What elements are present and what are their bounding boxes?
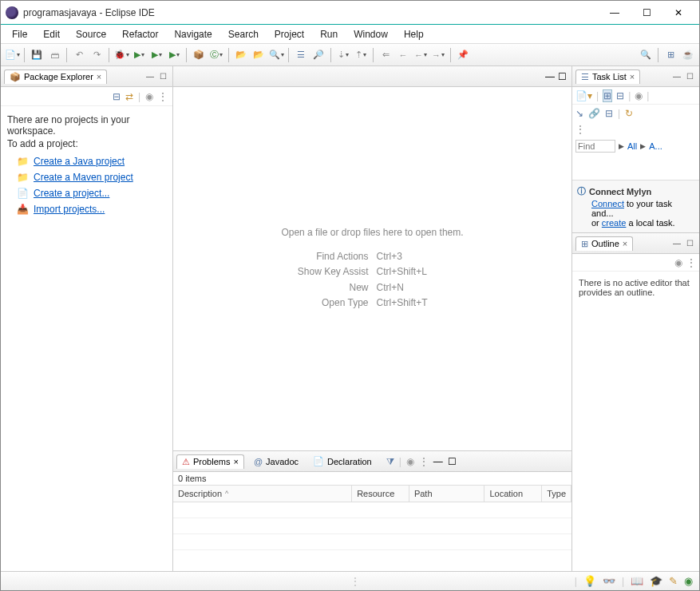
tab-declaration[interactable]: 📄 Declaration bbox=[308, 454, 377, 468]
toggle-mark-button[interactable]: 🔎 bbox=[310, 47, 326, 63]
focus-button[interactable]: ◉ bbox=[406, 456, 414, 467]
minimize-button[interactable]: — bbox=[599, 3, 631, 22]
back-hist-button[interactable]: ← bbox=[395, 47, 411, 63]
pin-editor-button[interactable]: 📌 bbox=[455, 47, 471, 63]
view-menu-button[interactable]: ⋮ bbox=[419, 456, 429, 467]
maximize-view-button[interactable]: ☐ bbox=[448, 456, 457, 467]
open-type-button[interactable]: 📂 bbox=[233, 47, 249, 63]
col-path[interactable]: Path bbox=[409, 486, 485, 502]
java-perspective-button[interactable]: ☕ bbox=[680, 47, 696, 63]
menu-run[interactable]: Run bbox=[312, 26, 346, 42]
close-icon[interactable]: × bbox=[233, 457, 238, 466]
link-editor-button[interactable]: ⇄ bbox=[125, 91, 133, 102]
import-projects-link[interactable]: Import projects... bbox=[34, 204, 105, 215]
coverage-button[interactable]: ▶ bbox=[148, 47, 164, 63]
all-link[interactable]: All bbox=[627, 141, 637, 151]
mylyn-text: or bbox=[591, 218, 602, 228]
menu-source[interactable]: Source bbox=[68, 26, 114, 42]
close-icon[interactable]: × bbox=[623, 239, 627, 248]
open-task-button[interactable]: 📂 bbox=[251, 47, 267, 63]
editor-minimize-button[interactable]: — bbox=[545, 71, 555, 82]
menu-search[interactable]: Search bbox=[220, 26, 267, 42]
prev-annotation-button[interactable]: ⇡ bbox=[353, 47, 369, 63]
editor-maximize-button[interactable]: ☐ bbox=[558, 71, 567, 82]
minimize-view-button[interactable]: — bbox=[670, 70, 683, 83]
create-maven-project-link[interactable]: Create a Maven project bbox=[34, 172, 133, 183]
new-package-button[interactable]: 📦 bbox=[191, 47, 207, 63]
create-link[interactable]: create bbox=[602, 218, 627, 228]
col-type[interactable]: Type bbox=[542, 486, 571, 502]
menu-edit[interactable]: Edit bbox=[35, 26, 68, 42]
forward-menu-button[interactable]: → bbox=[430, 47, 446, 63]
view-menu-button[interactable]: ⋮ bbox=[158, 91, 168, 102]
run-button[interactable]: ▶ bbox=[131, 47, 147, 63]
maximize-view-button[interactable]: ☐ bbox=[683, 70, 696, 83]
whatsnew-button[interactable]: ✎ bbox=[669, 575, 678, 587]
save-all-button[interactable]: 🗃 bbox=[46, 47, 62, 63]
hide-button[interactable]: ↘ bbox=[575, 108, 583, 119]
updates-button[interactable]: ◉ bbox=[684, 575, 693, 587]
focus-task-button[interactable]: ◉ bbox=[145, 91, 153, 102]
samples-button[interactable]: 👓 bbox=[603, 575, 615, 587]
menu-project[interactable]: Project bbox=[267, 26, 312, 42]
col-location[interactable]: Location bbox=[484, 486, 542, 502]
tab-problems[interactable]: ⚠ Problems × bbox=[176, 454, 244, 469]
debug-button[interactable]: 🐞 bbox=[113, 47, 129, 63]
menu-file[interactable]: File bbox=[4, 26, 35, 42]
scheduled-button[interactable]: ⊟ bbox=[616, 90, 624, 101]
connect-link[interactable]: Connect bbox=[591, 199, 624, 208]
new-class-button[interactable]: Ⓒ bbox=[208, 47, 224, 63]
menu-window[interactable]: Window bbox=[346, 26, 396, 42]
editor-body[interactable]: Open a file or drop files here to open t… bbox=[173, 87, 571, 450]
close-icon[interactable]: × bbox=[630, 72, 635, 81]
package-explorer-tab[interactable]: 📦 Package Explorer × bbox=[4, 69, 107, 84]
find-input[interactable] bbox=[575, 140, 615, 153]
minimize-view-button[interactable]: — bbox=[144, 70, 156, 83]
back-button[interactable]: ⇐ bbox=[378, 47, 394, 63]
menu-refactor[interactable]: Refactor bbox=[114, 26, 166, 42]
tab-javadoc[interactable]: @ Javadoc bbox=[249, 455, 303, 468]
tutorials-button[interactable]: 🎓 bbox=[650, 575, 662, 587]
open-perspective-button[interactable]: ⊞ bbox=[662, 47, 678, 63]
create-maven-project-row: 📁 Create a Maven project bbox=[17, 172, 166, 183]
new-button[interactable]: 📄 bbox=[4, 47, 20, 63]
create-project-link[interactable]: Create a project... bbox=[34, 188, 109, 199]
close-icon[interactable]: × bbox=[97, 72, 101, 81]
focus-button[interactable]: ◉ bbox=[674, 257, 682, 268]
sync-button[interactable]: 🔗 bbox=[588, 108, 600, 119]
save-button[interactable]: 💾 bbox=[29, 47, 45, 63]
view-menu-button[interactable]: ⋮ bbox=[686, 257, 696, 268]
maximize-view-button[interactable]: ☐ bbox=[156, 70, 169, 83]
task-list-tab[interactable]: ☰ Task List × bbox=[575, 69, 640, 84]
menu-navigate[interactable]: Navigate bbox=[166, 26, 219, 42]
col-description[interactable]: Description ^ bbox=[173, 486, 352, 502]
outline-tab[interactable]: ⊞ Outline × bbox=[575, 236, 633, 251]
filter-button[interactable]: ⧩ bbox=[386, 456, 394, 467]
next-annotation-button[interactable]: ⇣ bbox=[335, 47, 351, 63]
show-ui-button[interactable]: ↻ bbox=[625, 108, 633, 119]
maximize-view-button[interactable]: ☐ bbox=[683, 237, 696, 250]
collapse-all-button[interactable]: ⊟ bbox=[113, 91, 121, 102]
activate-link[interactable]: A... bbox=[649, 141, 662, 151]
minimize-view-button[interactable]: — bbox=[670, 237, 683, 250]
external-tools-button[interactable]: ▶ bbox=[166, 47, 182, 63]
create-java-project-link[interactable]: Create a Java project bbox=[34, 156, 125, 167]
col-resource[interactable]: Resource bbox=[352, 486, 409, 502]
new-task-button[interactable]: 📄▾ bbox=[575, 90, 592, 101]
close-button[interactable]: ✕ bbox=[662, 3, 694, 22]
search-button[interactable]: 🔍 bbox=[268, 47, 284, 63]
quick-access-button[interactable]: 🔍 bbox=[638, 47, 654, 63]
categorized-button[interactable]: ⊞ bbox=[603, 89, 612, 102]
tip-button[interactable]: 💡 bbox=[583, 575, 596, 587]
collapse-button[interactable]: ⊟ bbox=[605, 108, 613, 119]
back-menu-button[interactable]: ← bbox=[413, 47, 429, 63]
redo-button[interactable]: ↷ bbox=[89, 47, 105, 63]
menu-help[interactable]: Help bbox=[396, 26, 432, 42]
focus-workweek-button[interactable]: ◉ bbox=[635, 90, 643, 101]
maximize-button[interactable]: ☐ bbox=[631, 3, 662, 22]
undo-button[interactable]: ↶ bbox=[71, 47, 87, 63]
toggle-breadcrumb-button[interactable]: ☰ bbox=[293, 47, 309, 63]
minimize-view-button[interactable]: — bbox=[433, 456, 443, 467]
view-menu-button[interactable]: ⋮ bbox=[575, 124, 585, 135]
overview-button[interactable]: 📖 bbox=[631, 575, 643, 587]
